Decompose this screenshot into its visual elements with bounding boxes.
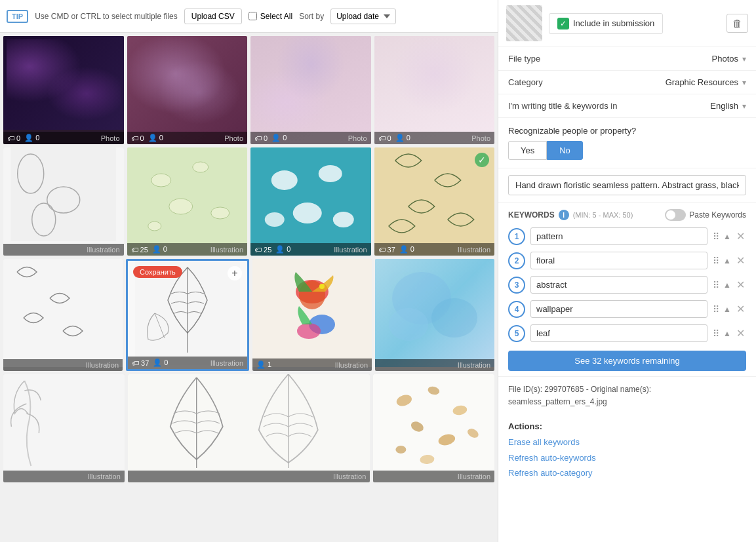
select-all-checkbox[interactable]	[249, 12, 257, 20]
svg-point-12	[319, 165, 342, 182]
image-grid: 🏷 0 👤 0 Photo 🏷 0 👤 0 Photo	[0, 33, 498, 542]
list-item[interactable]: Illustration	[375, 259, 494, 371]
paste-toggle[interactable]	[665, 209, 686, 221]
list-item[interactable]: 🏷 0 👤 0 Photo	[250, 36, 371, 144]
svg-rect-10	[258, 147, 363, 241]
list-item[interactable]: Illustration	[3, 259, 123, 371]
keywords-header: KEYWORDS i (min: 5 - max: 50) Paste Keyw…	[498, 203, 756, 224]
refresh-auto-keywords-link[interactable]: Refresh auto-keywords	[508, 450, 746, 465]
image-label: Illustration	[3, 359, 123, 371]
list-item[interactable]: Сохранить + 🏷 37 👤 0 Illustration	[126, 259, 249, 371]
keyword-input-3[interactable]	[530, 276, 707, 294]
image-label: 🏷 0 👤 0 Photo	[374, 132, 495, 144]
image-label: Illustration	[128, 471, 370, 482]
image-label: 🏷 0 👤 0 Photo	[3, 132, 124, 144]
file-info: File ID(s): 299707685 - Original name(s)…	[498, 376, 756, 415]
tip-badge: TIP	[7, 10, 28, 23]
right-panel-header: ✓ Include in submission 🗑	[498, 0, 756, 47]
list-item[interactable]: ✓ 🏷 37 👤 0 Illustration	[374, 147, 495, 256]
image-label: 👤 1 Illustration	[252, 358, 372, 371]
keyword-remove-button[interactable]: ✕	[735, 303, 746, 315]
toolbar-hint: Use CMD or CTRL to select multiple files	[35, 12, 178, 21]
list-item[interactable]: Illustration	[3, 147, 124, 256]
image-label: 🏷 0 👤 0 Photo	[250, 132, 371, 144]
sort-label: Sort by	[299, 12, 324, 21]
keyword-remove-button[interactable]: ✕	[735, 279, 746, 291]
list-item[interactable]: 🏷 0 👤 0 Photo	[374, 36, 495, 144]
list-item[interactable]: 👤 1 Illustration	[252, 259, 372, 371]
paste-keywords-label: Paste Keywords	[689, 210, 746, 220]
delete-button[interactable]: 🗑	[726, 14, 748, 33]
keyword-number: 4	[508, 301, 525, 318]
list-item[interactable]: 🏷 25 👤 0 Illustration	[127, 147, 248, 256]
sort-select[interactable]: Upload date File name File size Status	[330, 9, 396, 24]
keyword-input-5[interactable]	[530, 324, 707, 342]
keyword-remove-button[interactable]: ✕	[735, 327, 746, 339]
list-item[interactable]: 🏷 0 👤 0 Photo	[127, 36, 248, 144]
list-item[interactable]: Illustration	[3, 374, 125, 482]
list-item[interactable]: Illustration	[373, 374, 494, 482]
keyword-remove-button[interactable]: ✕	[735, 230, 746, 242]
no-button[interactable]: No	[547, 141, 583, 160]
drag-handle-icon[interactable]: ⠿	[713, 328, 719, 339]
paste-keywords-button[interactable]: Paste Keywords	[665, 209, 746, 221]
drag-handle-icon[interactable]: ⠿	[713, 256, 719, 266]
keyword-row: 2 ⠿ ▲ ✕	[498, 248, 756, 273]
keyword-number: 1	[508, 228, 525, 245]
svg-rect-29	[144, 374, 354, 468]
svg-rect-16	[382, 147, 487, 241]
keyword-up-button[interactable]: ▲	[722, 255, 732, 267]
erase-keywords-link[interactable]: Erase all keywords	[508, 435, 746, 450]
keyword-up-button[interactable]: ▲	[722, 231, 732, 242]
language-chevron[interactable]: ▾	[742, 102, 746, 111]
grid-row: 🏷 0 👤 0 Photo 🏷 0 👤 0 Photo	[3, 36, 494, 144]
add-button[interactable]: +	[228, 266, 242, 281]
actions-section: Actions: Erase all keywords Refresh auto…	[498, 415, 756, 487]
include-check-icon: ✓	[557, 18, 569, 29]
title-section	[498, 168, 756, 203]
svg-point-9	[148, 222, 161, 231]
refresh-auto-category-link[interactable]: Refresh auto-category	[508, 465, 746, 480]
keyword-input-1[interactable]	[530, 227, 707, 245]
keyword-row: 5 ⠿ ▲ ✕	[498, 321, 756, 345]
keywords-label: KEYWORDS	[508, 210, 555, 220]
file-type-label: File type	[508, 54, 540, 64]
yes-no-group: Yes No	[508, 141, 746, 160]
select-all-label[interactable]: Select All	[249, 12, 292, 21]
keyword-number: 2	[508, 252, 525, 269]
keyword-up-button[interactable]: ▲	[722, 279, 732, 291]
include-submission-button[interactable]: ✓ Include in submission	[549, 13, 663, 34]
see-more-keywords-button[interactable]: See 32 keywords remaining	[508, 351, 746, 371]
svg-point-15	[265, 212, 285, 227]
title-input[interactable]	[508, 175, 746, 195]
save-button[interactable]: Сохранить	[133, 266, 182, 278]
drag-handle-icon[interactable]: ⠿	[713, 304, 719, 315]
drag-handle-icon[interactable]: ⠿	[713, 231, 719, 242]
keywords-info-icon[interactable]: i	[559, 210, 569, 220]
keyword-input-4[interactable]	[530, 300, 707, 318]
list-item[interactable]: 🏷 0 👤 0 Photo	[3, 36, 124, 144]
svg-point-11	[271, 170, 298, 190]
keyword-number: 3	[508, 277, 525, 294]
file-type-chevron[interactable]: ▾	[742, 54, 746, 64]
category-chevron[interactable]: ▾	[742, 78, 746, 87]
grid-row: Illustration	[3, 374, 494, 482]
drag-handle-icon[interactable]: ⠿	[713, 280, 719, 290]
keyword-row: 3 ⠿ ▲ ✕	[498, 273, 756, 297]
list-item[interactable]: 🏷 25 👤 0 Illustration	[250, 147, 371, 256]
keyword-row: 4 ⠿ ▲ ✕	[498, 297, 756, 321]
svg-point-22	[319, 284, 325, 289]
svg-point-27	[389, 308, 428, 341]
keyword-remove-button[interactable]: ✕	[735, 254, 746, 267]
yes-button[interactable]: Yes	[508, 141, 547, 160]
list-item[interactable]: Illustration	[128, 374, 370, 482]
image-label: Illustration	[3, 244, 124, 256]
grid-row: Illustration �	[3, 147, 494, 256]
svg-rect-17	[10, 259, 115, 353]
upload-csv-button[interactable]: Upload CSV	[184, 9, 242, 24]
language-label: I'm writing title & keywords in	[508, 101, 617, 111]
keyword-up-button[interactable]: ▲	[722, 303, 732, 315]
include-label: Include in submission	[573, 18, 654, 28]
keyword-up-button[interactable]: ▲	[722, 328, 732, 339]
keyword-input-2[interactable]	[530, 252, 707, 269]
